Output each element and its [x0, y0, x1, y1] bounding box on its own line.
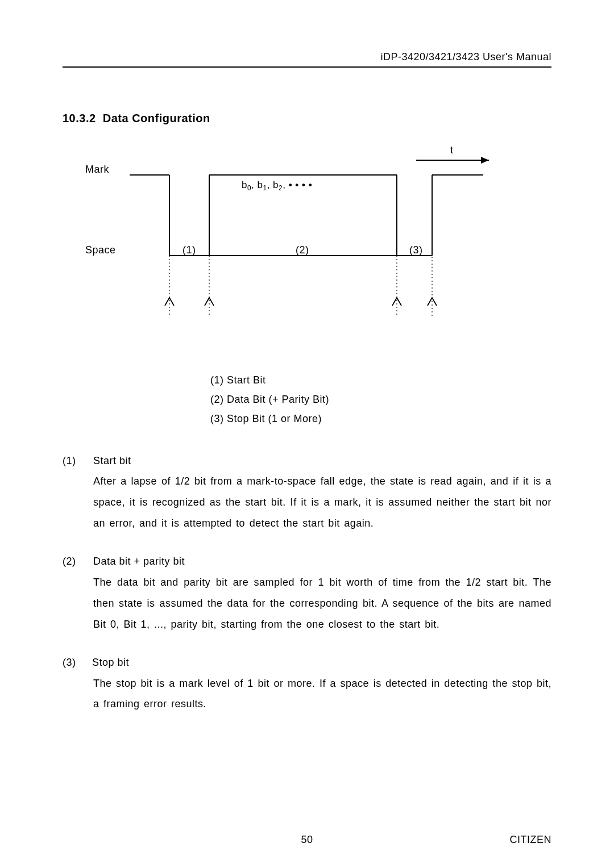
page-header: iDP-3420/3421/3423 User's Manual	[63, 51, 551, 68]
item-1-body: After a lapse of 1/2 bit from a mark-to-…	[93, 471, 551, 534]
timing-diagram: t Mark Space b0, b1, b2, • • • • (1) (2)…	[85, 148, 517, 364]
section-heading: 10.3.2 Data Configuration	[63, 112, 551, 125]
brand-name: CITIZEN	[510, 834, 552, 846]
item-2-title: Data bit + parity bit	[93, 551, 551, 572]
item-3-title: Stop bit	[92, 652, 551, 673]
svg-marker-1	[481, 157, 489, 164]
item-2-body: The data bit and parity bit are sampled …	[93, 572, 551, 635]
page-number: 50	[301, 834, 313, 846]
item-3-num: (3)	[63, 652, 84, 673]
legend-item-2: (2) Data Bit (+ Parity Bit)	[210, 390, 551, 409]
item-stop-bit: (3) Stop bit The stop bit is a mark leve…	[63, 652, 551, 715]
item-start-bit: (1) Start bit After a lapse of 1/2 bit f…	[63, 450, 551, 535]
item-data-bit: (2) Data bit + parity bit The data bit a…	[63, 551, 551, 635]
timing-svg	[85, 148, 517, 341]
legend-item-1: (1) Start Bit	[210, 370, 551, 390]
page: iDP-3420/3421/3423 User's Manual 10.3.2 …	[0, 0, 614, 868]
legend-item-3: (3) Stop Bit (1 or More)	[210, 409, 551, 428]
item-2-num: (2)	[63, 551, 85, 572]
header-title: iDP-3420/3421/3423 User's Manual	[380, 51, 551, 62]
diagram-legend: (1) Start Bit (2) Data Bit (+ Parity Bit…	[210, 370, 551, 429]
item-1-num: (1)	[63, 450, 85, 471]
body-text: (1) Start bit After a lapse of 1/2 bit f…	[63, 450, 551, 715]
section-title: Data Configuration	[103, 112, 210, 124]
item-1-title: Start bit	[93, 450, 551, 471]
item-3-body: The stop bit is a mark level of 1 bit or…	[93, 673, 551, 715]
section-number: 10.3.2	[63, 112, 96, 124]
